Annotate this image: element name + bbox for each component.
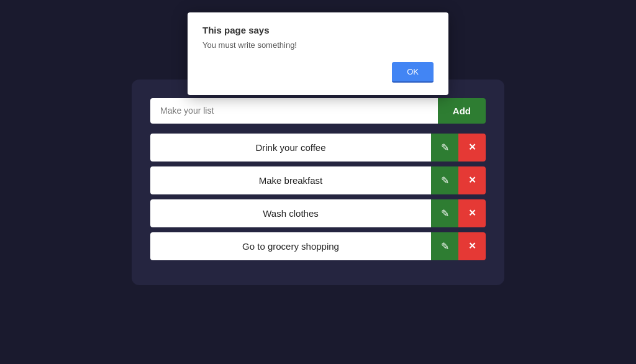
dialog-overlay: This page says You must write something!… [0,0,636,364]
dialog-message: You must write something! [202,40,434,50]
dialog-ok-button[interactable]: OK [392,62,434,83]
dialog-box: This page says You must write something!… [188,12,448,95]
dialog-title: This page says [202,25,434,35]
dialog-footer: OK [202,62,434,83]
